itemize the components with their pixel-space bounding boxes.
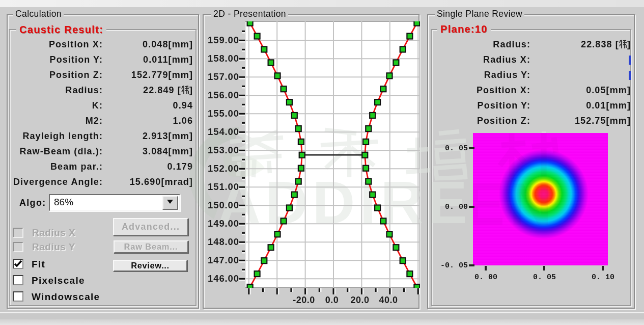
svg-text:EEN: EEN (473, 171, 557, 237)
